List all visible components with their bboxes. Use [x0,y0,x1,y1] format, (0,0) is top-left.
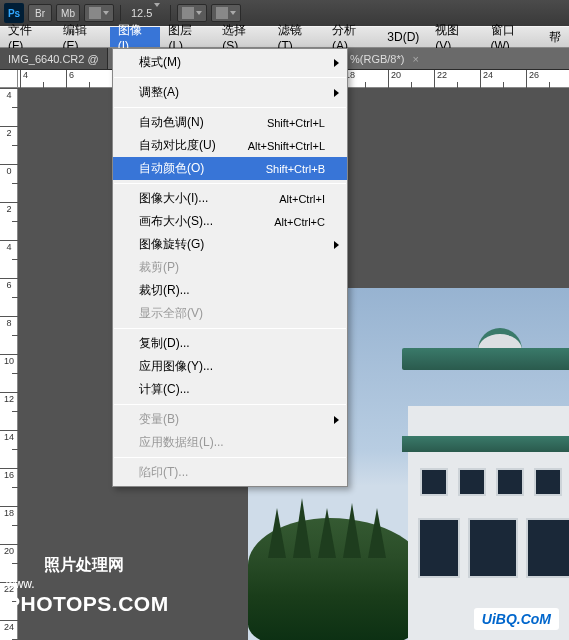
menu-3d[interactable]: 3D(D) [379,27,427,47]
menu-item-shortcut: Alt+Ctrl+I [279,193,325,205]
menu-layer[interactable]: 图层(L) [160,27,214,47]
menu-item[interactable]: 调整(A) [113,81,347,104]
view-extras-button[interactable] [84,4,114,22]
menu-file[interactable]: 文件(F) [0,27,55,47]
image-menu-dropdown: 模式(M)调整(A)自动色调(N)Shift+Ctrl+L自动对比度(U)Alt… [112,48,348,487]
screen-mode-button[interactable] [211,4,241,22]
menu-item-shortcut: Alt+Shift+Ctrl+L [248,140,325,152]
document-tab[interactable]: IMG_6640.CR2 @ [0,48,108,69]
menu-item-label: 裁剪(P) [139,259,179,276]
menu-item-label: 调整(A) [139,84,179,101]
menu-separator [114,457,346,458]
menu-item: 陷印(T)... [113,461,347,484]
menu-item-label: 应用图像(Y)... [139,358,213,375]
menu-separator [114,107,346,108]
menu-item[interactable]: 自动色调(N)Shift+Ctrl+L [113,111,347,134]
menu-item-label: 复制(D)... [139,335,190,352]
menu-item-label: 图像大小(I)... [139,190,208,207]
ruler-corner [0,70,18,88]
menu-item-label: 自动对比度(U) [139,137,216,154]
zoom-level[interactable]: 12.5 [127,7,164,19]
menu-item-label: 计算(C)... [139,381,190,398]
minibridge-button[interactable]: Mb [56,4,80,22]
menu-item: 显示全部(V) [113,302,347,325]
menu-item[interactable]: 裁切(R)... [113,279,347,302]
close-tab-icon[interactable]: × [412,53,418,65]
menu-item-label: 自动色调(N) [139,114,204,131]
menu-view[interactable]: 视图(V) [427,27,482,47]
menu-separator [114,77,346,78]
menu-window[interactable]: 窗口(W) [483,27,541,47]
menu-help[interactable]: 帮 [541,27,569,47]
menu-item-shortcut: Alt+Ctrl+C [274,216,325,228]
submenu-arrow-icon [334,241,339,249]
menu-image[interactable]: 图像(I) [110,27,161,47]
submenu-arrow-icon [334,416,339,424]
menu-separator [114,404,346,405]
menu-item-shortcut: Shift+Ctrl+L [267,117,325,129]
menu-item[interactable]: 计算(C)... [113,378,347,401]
menu-item[interactable]: 应用图像(Y)... [113,355,347,378]
menu-edit[interactable]: 编辑(E) [55,27,110,47]
menu-item-label: 变量(B) [139,411,179,428]
menu-item: 裁剪(P) [113,256,347,279]
menu-item-label: 模式(M) [139,54,181,71]
watermark-left: 照片处理网 www. PHOTOPS.COM [6,555,169,616]
submenu-arrow-icon [334,59,339,67]
menu-item-label: 裁切(R)... [139,282,190,299]
menu-filter[interactable]: 滤镜(T) [270,27,325,47]
menu-item[interactable]: 自动对比度(U)Alt+Shift+Ctrl+L [113,134,347,157]
menu-item[interactable]: 自动颜色(O)Shift+Ctrl+B [113,157,347,180]
submenu-arrow-icon [334,89,339,97]
menu-item[interactable]: 图像大小(I)...Alt+Ctrl+I [113,187,347,210]
menu-item-label: 显示全部(V) [139,305,203,322]
watermark-right: UiBQ.CoM [474,608,559,630]
menu-item-label: 图像旋转(G) [139,236,204,253]
menu-separator [114,183,346,184]
menu-item[interactable]: 图像旋转(G) [113,233,347,256]
menu-item[interactable]: 模式(M) [113,51,347,74]
menu-item: 变量(B) [113,408,347,431]
arrange-documents-button[interactable] [177,4,207,22]
bridge-button[interactable]: Br [28,4,52,22]
menu-item[interactable]: 画布大小(S)...Alt+Ctrl+C [113,210,347,233]
menu-item-label: 画布大小(S)... [139,213,213,230]
menu-item-label: 自动颜色(O) [139,160,204,177]
menu-item-label: 应用数据组(L)... [139,434,224,451]
menu-analysis[interactable]: 分析(A) [324,27,379,47]
menu-item[interactable]: 复制(D)... [113,332,347,355]
menu-select[interactable]: 选择(S) [214,27,269,47]
menu-item-label: 陷印(T)... [139,464,188,481]
menubar: 文件(F) 编辑(E) 图像(I) 图层(L) 选择(S) 滤镜(T) 分析(A… [0,26,569,48]
menu-item: 应用数据组(L)... [113,431,347,454]
menu-item-shortcut: Shift+Ctrl+B [266,163,325,175]
menu-separator [114,328,346,329]
photoshop-logo: Ps [4,3,24,23]
